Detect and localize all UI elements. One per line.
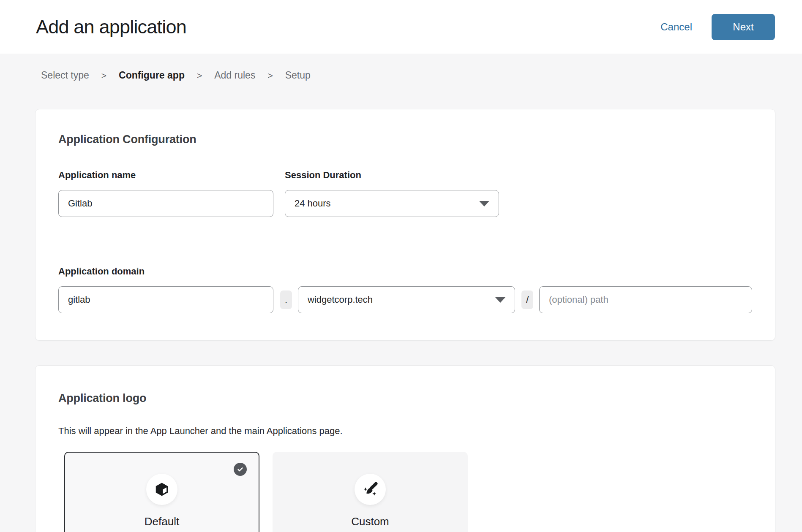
next-button[interactable]: Next bbox=[712, 14, 775, 40]
cancel-button[interactable]: Cancel bbox=[660, 21, 692, 33]
page-header: Add an application Cancel Next bbox=[0, 0, 802, 54]
slash-separator: / bbox=[521, 290, 533, 309]
application-name-field: Application name bbox=[58, 170, 273, 217]
session-duration-label: Session Duration bbox=[285, 170, 499, 181]
check-icon bbox=[237, 466, 244, 473]
session-duration-field: Session Duration 24 hours bbox=[285, 170, 499, 217]
chevron-down-icon bbox=[479, 201, 489, 206]
logo-option-custom[interactable]: Custom bbox=[273, 452, 468, 532]
cube-icon bbox=[146, 474, 177, 505]
breadcrumb-separator: > bbox=[197, 71, 202, 81]
breadcrumb-step-select-type[interactable]: Select type bbox=[41, 70, 89, 81]
subdomain-input[interactable] bbox=[58, 286, 273, 313]
application-name-label: Application name bbox=[58, 170, 273, 181]
chevron-down-icon bbox=[495, 297, 505, 303]
selected-check-badge bbox=[234, 463, 247, 476]
application-name-input[interactable] bbox=[58, 190, 273, 217]
breadcrumb-separator: > bbox=[267, 71, 273, 81]
dot-separator: . bbox=[280, 290, 292, 309]
logo-option-label: Custom bbox=[273, 515, 468, 528]
breadcrumb-step-add-rules[interactable]: Add rules bbox=[214, 70, 255, 81]
application-logo-description: This will appear in the App Launcher and… bbox=[58, 426, 752, 437]
path-input[interactable] bbox=[539, 286, 752, 313]
domain-select[interactable]: widgetcorp.tech bbox=[298, 286, 515, 313]
paintbrush-icon bbox=[355, 474, 386, 505]
logo-option-default[interactable]: Default bbox=[64, 452, 259, 532]
breadcrumb-step-configure-app[interactable]: Configure app bbox=[119, 70, 185, 81]
application-logo-card: Application logo This will appear in the… bbox=[35, 365, 775, 532]
application-domain-row: . widgetcorp.tech / bbox=[58, 286, 752, 313]
logo-option-label: Default bbox=[65, 515, 259, 528]
section-title-application-logo: Application logo bbox=[58, 392, 752, 405]
name-session-row: Application name Session Duration 24 hou… bbox=[58, 170, 752, 217]
logo-options: Default Custom bbox=[64, 452, 752, 532]
breadcrumb-step-setup[interactable]: Setup bbox=[285, 70, 311, 81]
application-configuration-card: Application Configuration Application na… bbox=[35, 109, 775, 341]
session-duration-select[interactable]: 24 hours bbox=[285, 190, 499, 217]
session-duration-value: 24 hours bbox=[295, 198, 331, 209]
section-title-application-configuration: Application Configuration bbox=[58, 133, 752, 146]
domain-select-value: widgetcorp.tech bbox=[308, 294, 373, 305]
breadcrumb-separator: > bbox=[101, 71, 106, 81]
header-actions: Cancel Next bbox=[660, 14, 775, 40]
breadcrumb: Select type > Configure app > Add rules … bbox=[41, 70, 802, 81]
page-title: Add an application bbox=[36, 16, 186, 38]
application-domain-label: Application domain bbox=[58, 266, 752, 277]
